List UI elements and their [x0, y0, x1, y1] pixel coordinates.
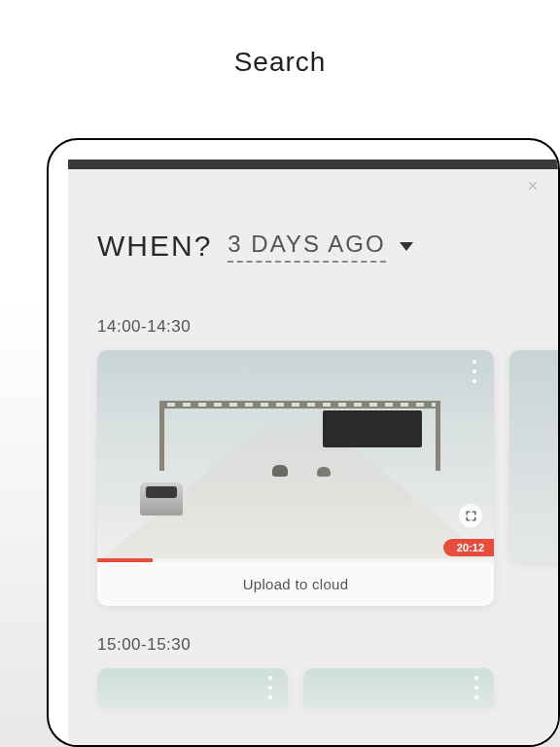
scene-gantry-beam — [159, 401, 439, 409]
scene-car — [272, 465, 288, 477]
video-card[interactable] — [97, 668, 288, 707]
more-options-icon[interactable] — [467, 360, 482, 383]
status-bar — [68, 160, 558, 169]
time-range-label: 15:00-15:30 — [97, 635, 558, 655]
duration-badge: 20:12 — [443, 539, 494, 556]
fullscreen-icon[interactable] — [459, 504, 482, 527]
video-card[interactable] — [303, 668, 494, 707]
scene-car — [317, 467, 331, 477]
filter-value: 3 DAYS AGO — [228, 231, 385, 263]
upload-to-cloud-button[interactable]: Upload to cloud — [97, 562, 494, 606]
filter-label: WHEN? — [97, 230, 212, 263]
close-icon[interactable]: ✕ — [527, 179, 541, 193]
progress-track[interactable] — [97, 558, 494, 562]
video-card-row — [68, 668, 558, 707]
scene-gantry-post — [159, 401, 164, 471]
time-range-label: 14:00-14:30 — [97, 317, 558, 337]
progress-fill — [97, 558, 153, 562]
video-card-peek[interactable] — [509, 350, 558, 562]
chevron-down-icon — [400, 242, 413, 251]
filter-row: WHEN? 3 DAYS AGO — [97, 230, 558, 263]
page-title: Search — [0, 47, 560, 78]
scene-gantry-post — [436, 401, 440, 471]
video-card[interactable]: 20:12 Upload to cloud — [97, 350, 494, 606]
app-screen: ✕ WHEN? 3 DAYS AGO 14:00-14:30 — [68, 160, 558, 745]
more-options-icon[interactable] — [262, 676, 278, 699]
video-thumbnail[interactable]: 20:12 — [97, 350, 494, 562]
device-frame: ✕ WHEN? 3 DAYS AGO 14:00-14:30 — [47, 138, 560, 747]
more-options-icon[interactable] — [469, 676, 484, 699]
scene-car — [140, 482, 183, 516]
filter-dropdown[interactable]: 3 DAYS AGO — [228, 231, 412, 263]
scene-sign — [323, 410, 422, 447]
video-card-row: 20:12 Upload to cloud — [68, 350, 558, 606]
